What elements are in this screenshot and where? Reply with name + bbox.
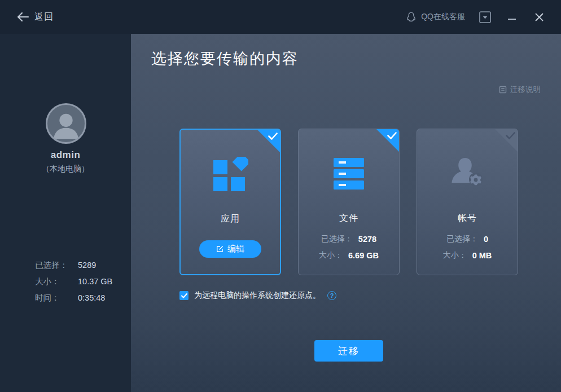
migrate-button[interactable]: 迁移: [314, 340, 383, 362]
files-size-label: 大小：: [319, 250, 343, 261]
check-icon: [506, 132, 515, 139]
accounts-size-row: 大小： 0 MB: [417, 247, 518, 263]
transfer-category-cards: 应用 编辑: [179, 129, 518, 275]
check-icon: [268, 133, 278, 140]
sidebar: admin （本地电脑） 已选择： 5289 大小： 10.37 GB 时间： …: [0, 34, 131, 392]
card-accounts-stats: 已选择： 0 大小： 0 MB: [417, 231, 518, 263]
titlebar-controls: QQ在线客服: [406, 10, 546, 24]
summary-size-value: 10.37 GB: [78, 277, 112, 286]
app-window: 返回 QQ在线客服: [0, 0, 561, 392]
summary-selected-label: 已选择：: [35, 260, 78, 271]
restore-point-checkbox[interactable]: [179, 291, 189, 300]
accounts-selected-row: 已选择： 0: [417, 231, 518, 247]
summary-time-label: 时间：: [35, 293, 78, 303]
migration-help-label: 迁移说明: [510, 85, 541, 95]
summary-size-row: 大小： 10.37 GB: [35, 276, 112, 287]
back-label: 返回: [34, 11, 54, 23]
avatar: [46, 103, 86, 144]
summary-size-label: 大小：: [35, 276, 78, 287]
files-selected-row: 已选择： 5278: [299, 231, 399, 247]
restore-point-label: 为远程电脑的操作系统创建还原点。: [194, 290, 321, 301]
help-question-icon[interactable]: ?: [327, 291, 336, 300]
edit-apps-button[interactable]: 编辑: [199, 240, 261, 258]
apps-grid-icon: [181, 143, 280, 205]
user-subtitle: （本地电脑）: [0, 164, 131, 174]
qq-service-label: QQ在线客服: [421, 12, 465, 22]
document-icon: [499, 86, 507, 94]
accounts-size-label: 大小：: [443, 250, 467, 261]
files-selected-value: 5278: [358, 235, 376, 244]
accounts-selected-label: 已选择：: [446, 234, 478, 244]
card-files-label: 文件: [299, 213, 399, 224]
summary-selected-value: 5289: [78, 261, 96, 270]
titlebar: 返回 QQ在线客服: [0, 0, 561, 34]
user-name: admin: [0, 149, 131, 161]
edit-icon: [216, 245, 223, 253]
edit-apps-label: 编辑: [227, 244, 244, 254]
check-icon: [387, 132, 397, 139]
card-accounts-label: 帐号: [417, 213, 518, 224]
summary-selected-row: 已选择： 5289: [35, 260, 112, 270]
restore-point-row: 为远程电脑的操作系统创建还原点。 ?: [179, 290, 336, 301]
card-accounts[interactable]: 帐号 已选择： 0 大小： 0 MB: [417, 129, 518, 275]
card-apps-label: 应用: [181, 213, 280, 225]
back-arrow-icon: [17, 12, 29, 22]
files-selected-label: 已选择：: [321, 234, 353, 244]
transfer-summary: 已选择： 5289 大小： 10.37 GB 时间： 0:35:48: [35, 260, 112, 309]
accounts-size-value: 0 MB: [472, 251, 492, 260]
summary-time-row: 时间： 0:35:48: [35, 293, 112, 303]
qq-service-button[interactable]: QQ在线客服: [406, 11, 465, 23]
card-files[interactable]: 文件 已选择： 5278 大小： 6.69 GB: [298, 129, 400, 275]
files-size-value: 6.69 GB: [348, 251, 379, 260]
qq-penguin-icon: [406, 11, 417, 23]
files-drives-icon: [299, 143, 399, 205]
summary-time-value: 0:35:48: [78, 293, 105, 302]
page-title: 选择您要传输的内容: [151, 49, 299, 69]
accounts-selected-value: 0: [484, 235, 488, 244]
minimize-button[interactable]: [505, 10, 519, 24]
card-files-stats: 已选择： 5278 大小： 6.69 GB: [299, 231, 399, 263]
dropdown-menu-button[interactable]: [477, 10, 492, 24]
account-user-gear-icon: [417, 143, 518, 205]
files-size-row: 大小： 6.69 GB: [299, 247, 399, 263]
back-button[interactable]: 返回: [17, 11, 54, 23]
migration-help-link[interactable]: 迁移说明: [499, 85, 541, 95]
main-content: 选择您要传输的内容 迁移说明: [131, 34, 561, 392]
card-apps[interactable]: 应用 编辑: [179, 129, 281, 275]
close-button[interactable]: [532, 10, 546, 24]
